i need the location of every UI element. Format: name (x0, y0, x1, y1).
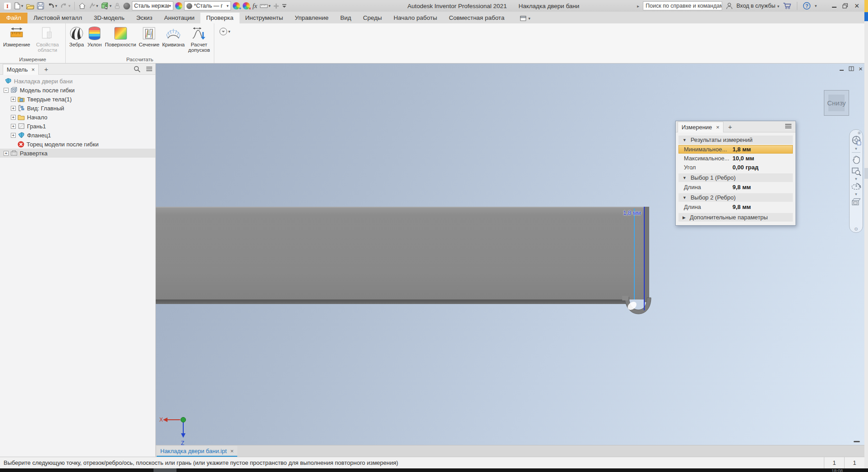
measurement-line-2[interactable] (644, 207, 645, 310)
tab-tools[interactable]: Инструменты (240, 13, 289, 23)
tree-expander[interactable]: + (11, 133, 16, 138)
region-properties-button[interactable]: Свойства области (32, 25, 63, 56)
redo-button[interactable]: ▾ (59, 1, 72, 11)
tab-get-started[interactable]: Начало работы (388, 13, 443, 23)
measure-panel-add-tab-button[interactable]: + (728, 123, 732, 131)
navbar-dropdown-icon[interactable]: ▼ (854, 147, 858, 151)
appearance-combo[interactable]: *Сталь — г ▾ (184, 1, 231, 10)
appearance-combo-arrow-icon[interactable]: ▾ (226, 4, 229, 8)
ribbon-display-toggle[interactable]: ▾ (520, 16, 530, 23)
appearance-sphere-icon[interactable] (174, 1, 183, 11)
sign-in-button[interactable]: Вход в службы ▾ (737, 3, 779, 9)
tree-item-folded-model[interactable]: − Модель после гибки (0, 86, 155, 95)
tab-view[interactable]: Вид (335, 13, 357, 23)
help-icon[interactable]: ? (803, 2, 810, 10)
tree-item-view-main[interactable]: + Вид: Главный (0, 104, 155, 113)
undo-dropdown-icon[interactable]: ▾ (55, 4, 58, 8)
tab-sketch[interactable]: Эскиз (130, 13, 158, 23)
help-search-input[interactable]: Поиск по справке и командам. (643, 1, 722, 10)
inventor-logo-icon[interactable]: I (3, 1, 12, 11)
appearance-clear-sphere-icon[interactable]: × (242, 1, 251, 11)
tab-annotations[interactable]: Аннотации (158, 13, 200, 23)
tree-expander[interactable]: + (11, 115, 16, 120)
navbar-collapse-icon[interactable]: ⊖ (854, 227, 858, 231)
zoom-dropdown-icon[interactable]: ▼ (854, 177, 858, 181)
appearance-add-sphere-icon[interactable]: + (232, 1, 241, 11)
measure-button[interactable]: Измерение (2, 25, 32, 56)
tolerance-analysis-button[interactable]: Расчет допусков (186, 25, 212, 56)
tab-3d-model[interactable]: 3D-модель (88, 13, 130, 23)
adjust-sphere-icon[interactable] (122, 1, 131, 11)
tree-item-end-of-folded[interactable]: Торец модели после гибки (0, 140, 155, 149)
sketch-dropdown-icon[interactable]: ▾ (96, 4, 99, 8)
tree-item-origin[interactable]: + Начало (0, 113, 155, 122)
taskbar-app-segment[interactable] (154, 468, 176, 472)
sheet-metal-part-face[interactable] (156, 207, 647, 300)
search-expand-icon[interactable]: ▸ (637, 4, 639, 9)
material-combo-arrow-icon[interactable]: ▾ (169, 4, 171, 8)
tree-expander[interactable]: + (4, 151, 9, 156)
clamp-button[interactable] (113, 1, 122, 11)
tree-item-solid-bodies[interactable]: + Твердые тела(1) (0, 95, 155, 104)
row-maximum[interactable]: Максимальное... 10,0 мм (678, 154, 793, 163)
close-button[interactable]: × (853, 2, 861, 10)
sign-in-person-icon[interactable] (726, 2, 732, 9)
doc-minimize-icon[interactable] (839, 66, 844, 71)
section-analysis-button[interactable]: Сечение (137, 25, 161, 56)
zoom-window-icon[interactable] (851, 167, 861, 177)
navbar-close-icon[interactable]: ⊗ (857, 131, 861, 135)
ribbon-options-button[interactable]: ▾ (214, 23, 231, 63)
tab-file[interactable]: Файл (0, 13, 27, 23)
measurement-line-1[interactable] (634, 209, 635, 300)
browser-add-tab-button[interactable]: + (44, 65, 48, 73)
tab-manage[interactable]: Управление (289, 13, 335, 23)
section-advanced[interactable]: ▶ Дополнительные параметры (678, 213, 793, 222)
browser-tab-close-icon[interactable]: × (32, 66, 35, 73)
look-at-icon[interactable] (851, 197, 862, 206)
file-tab[interactable]: Накладка двери бани.ipt × (157, 446, 237, 457)
minimize-button[interactable] (830, 2, 838, 10)
row-angle[interactable]: Угол 0,00 град (678, 163, 793, 172)
pan-hand-icon[interactable] (851, 155, 861, 165)
row-length1[interactable]: Длина 9,8 мм (678, 183, 793, 191)
measure-panel-menu-icon[interactable] (785, 123, 794, 130)
browser-search-icon[interactable] (134, 66, 140, 73)
new-file-dropdown-icon[interactable]: ▾ (21, 4, 23, 8)
sketch-button[interactable]: ▾ (88, 1, 99, 11)
measure-ruler-button[interactable]: ▾ (259, 1, 271, 11)
model-dropdown-icon[interactable]: ▾ (109, 4, 112, 8)
draft-analysis-button[interactable]: Уклон (86, 25, 104, 56)
doc-close-icon[interactable]: × (859, 66, 863, 71)
section-selection2[interactable]: ▼ Выбор 2 (Ребро) (678, 193, 793, 202)
model-cube-button[interactable]: ▾ (100, 1, 113, 11)
home-button[interactable] (77, 1, 87, 11)
save-button[interactable] (36, 1, 45, 11)
open-file-button[interactable] (25, 1, 35, 11)
tree-item-flange1[interactable]: + Фланец1 (0, 131, 155, 140)
new-file-button[interactable]: ▾ (13, 1, 24, 11)
steering-wheel-icon[interactable] (851, 136, 862, 146)
help-dropdown-icon[interactable]: ▾ (815, 4, 817, 8)
undo-button[interactable]: ▾ (46, 1, 59, 11)
section-selection1[interactable]: ▼ Выбор 1 (Ребро) (678, 173, 793, 182)
tab-collaborate[interactable]: Совместная работа (443, 13, 511, 23)
cart-icon[interactable] (783, 2, 791, 9)
orbit-icon[interactable] (851, 182, 862, 192)
tab-inspect[interactable]: Проверка (200, 13, 239, 23)
file-tab-close-icon[interactable]: × (231, 448, 234, 454)
browser-tab-model[interactable]: Модель × (3, 64, 39, 75)
sheet-metal-curl[interactable] (622, 296, 657, 321)
measure-dropdown-icon[interactable]: ▾ (268, 4, 271, 8)
tree-item-flat-pattern[interactable]: + Развертка (0, 149, 155, 158)
tree-expander[interactable]: + (11, 97, 16, 102)
restore-button[interactable] (841, 2, 849, 10)
surface-analysis-button[interactable]: Поверхности (104, 25, 137, 56)
redo-dropdown-icon[interactable]: ▾ (68, 4, 71, 8)
parameters-fx-button[interactable]: fx (252, 1, 258, 11)
row-minimum[interactable]: Минимальное... 1,8 мм (678, 145, 793, 154)
section-results[interactable]: ▼ Результаты измерений (678, 136, 793, 144)
customize-qat-button[interactable] (281, 1, 288, 11)
material-combo[interactable]: Сталь нержав ▾ (132, 1, 173, 10)
tree-expander[interactable]: − (4, 88, 9, 93)
curvature-analysis-button[interactable]: Кривизна (161, 25, 186, 56)
